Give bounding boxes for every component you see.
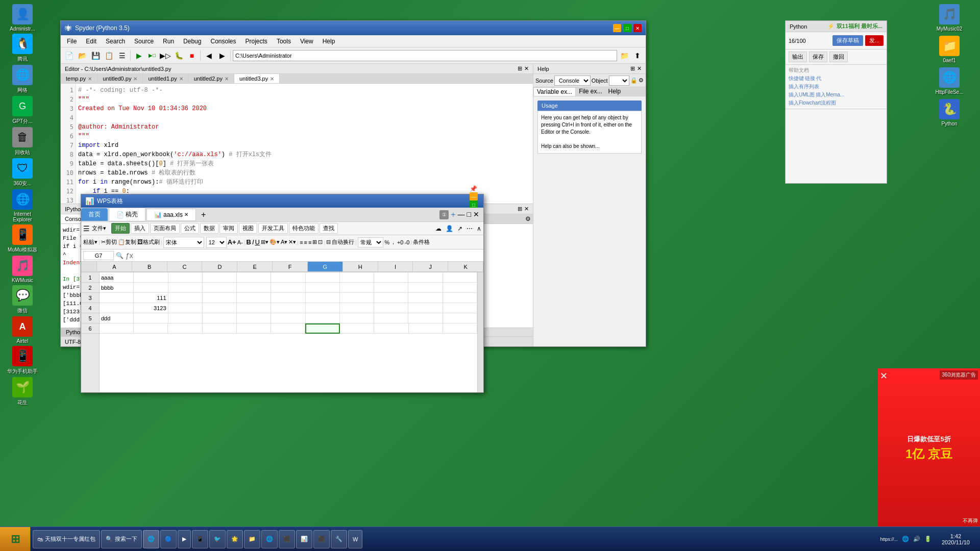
toolbar-save-btn[interactable]: 💾 <box>89 49 102 62</box>
sheet-col-H[interactable]: H <box>343 262 378 272</box>
format-align-center[interactable]: ≡ <box>304 239 307 245</box>
cell-B1[interactable] <box>134 272 168 283</box>
cell-A5[interactable]: ddd <box>100 313 134 323</box>
cell-F1[interactable] <box>271 272 305 283</box>
menu-search[interactable]: Search <box>102 37 129 46</box>
cell-A3[interactable] <box>100 293 134 303</box>
ribbon-btn-data[interactable]: 数据 <box>200 223 218 234</box>
menu-debug[interactable]: Debug <box>179 37 205 46</box>
desktop-icon-huasheng[interactable]: 🌱 花生 <box>4 377 41 406</box>
desktop-icon-httpfile[interactable]: 🌐 HttpFileSe... <box>931 67 968 95</box>
sheet-col-B[interactable]: B <box>132 262 167 272</box>
cell-F4[interactable] <box>271 303 305 313</box>
publish-btn[interactable]: 发... <box>865 35 884 46</box>
format-small-btn[interactable]: A- <box>237 239 243 245</box>
cell-E2[interactable] <box>237 283 271 293</box>
format-align-right[interactable]: ≡ <box>308 239 311 245</box>
sheet-col-G[interactable]: G <box>308 262 343 272</box>
code-area[interactable]: 12345 678910 1112131415 # -*- coding: ut… <box>61 84 533 204</box>
cell-J3[interactable] <box>408 293 443 303</box>
desktop-icon-python[interactable]: 🐍 Python <box>931 99 968 127</box>
menu-source[interactable]: Source <box>130 37 158 46</box>
taskbar-app3[interactable]: 📊 <box>296 530 312 548</box>
cell-D4[interactable] <box>203 303 237 313</box>
ribbon-btn-formula[interactable]: 公式 <box>181 223 199 234</box>
format-align-left[interactable]: ≡ <box>300 239 303 245</box>
taskbar-app2[interactable]: 🌟 <box>227 530 243 548</box>
cell-A2[interactable]: bbbb <box>100 283 134 293</box>
taskbar-search[interactable]: 🔍 搜索一下 <box>101 530 142 548</box>
editor-tab-untitled0-close[interactable]: ✕ <box>133 76 137 82</box>
desktop-icon-tencent[interactable]: 🐧 腾讯 <box>4 34 41 63</box>
spyder-minimize-btn[interactable]: — <box>613 24 621 32</box>
sheet-scrollbar[interactable] <box>477 272 483 392</box>
desktop-icon-airtel[interactable]: A Airtel <box>4 316 41 344</box>
toolbar-next-btn[interactable]: ▶ <box>216 49 228 62</box>
taskbar-wps[interactable]: W <box>348 530 362 548</box>
revoke-btn[interactable]: 撤回 <box>829 52 848 62</box>
excel-tab-page[interactable]: ① <box>439 210 449 219</box>
help-expand-icon[interactable]: ⊞ <box>630 65 635 72</box>
file-close[interactable]: ✕ <box>184 212 188 217</box>
excel-collapse-icon[interactable]: ∧ <box>477 225 481 232</box>
sheet-col-E[interactable]: E <box>237 262 273 272</box>
excel-user-icon[interactable]: 👤 <box>446 225 453 232</box>
taskbar-ie2[interactable]: 🌐 <box>261 530 278 548</box>
help-object-select[interactable] <box>609 76 629 86</box>
taskbar-app4[interactable]: 🔧 <box>331 530 347 548</box>
desktop-icon-mumu[interactable]: 📱 MuMu模拟器 <box>4 224 41 254</box>
cell-B5[interactable] <box>134 313 168 323</box>
cell-C4[interactable] <box>168 303 203 313</box>
cell-E5[interactable] <box>237 313 271 323</box>
cell-D1[interactable] <box>203 272 237 283</box>
format-cut-btn[interactable]: ✂剪切 <box>101 238 117 246</box>
format-decimal-up[interactable]: +0 <box>397 239 404 245</box>
desktop-icon-0aef1[interactable]: 📁 0aef1 <box>931 36 968 63</box>
taskbar-terminal[interactable]: ⬛ <box>279 530 295 548</box>
desktop-icon-network[interactable]: 🌐 网络 <box>4 65 41 94</box>
desktop-icon-kw[interactable]: 🎵 KWMusic <box>4 256 41 283</box>
sheet-col-C[interactable]: C <box>167 262 203 272</box>
cell-D6[interactable] <box>203 323 237 334</box>
cell-B4[interactable]: 3123 <box>134 303 168 313</box>
help-lock-icon[interactable]: 🔒 <box>630 77 638 84</box>
format-bold-btn[interactable]: A+ <box>228 238 236 246</box>
toolbar-open-btn[interactable]: 📂 <box>76 49 88 62</box>
ribbon-btn-view[interactable]: 视图 <box>239 223 257 234</box>
excel-browser-tab-draft[interactable]: 📄 稿壳 <box>109 208 145 221</box>
cell-H3[interactable] <box>340 293 374 303</box>
cell-K6[interactable] <box>443 323 477 334</box>
sheet-data[interactable]: aaaa bbbb <box>100 272 477 392</box>
cell-C3[interactable] <box>168 293 203 303</box>
cell-F3[interactable] <box>271 293 305 303</box>
format-cond-btn[interactable]: 条件格 <box>413 238 430 246</box>
help-tab-var[interactable]: Variable ex... <box>533 87 576 96</box>
help-source-select[interactable]: Console <box>554 76 591 86</box>
cell-I2[interactable] <box>374 283 408 293</box>
editor-expand-icon[interactable]: ⊞ <box>518 65 522 72</box>
excel-share-icon[interactable]: ☁ <box>435 225 442 232</box>
menu-edit[interactable]: Edit <box>82 37 101 46</box>
taskbar-start-btn[interactable]: ⊞ <box>0 527 31 552</box>
ribbon-btn-feature[interactable]: 特色功能 <box>289 223 318 234</box>
cell-I5[interactable] <box>374 313 408 323</box>
excel-more-icon[interactable]: ⋯ <box>467 225 473 232</box>
editor-tab-untitled3-close[interactable]: ✕ <box>270 76 274 82</box>
taskbar-files[interactable]: 📁 <box>244 530 260 548</box>
cell-A6[interactable] <box>100 323 134 334</box>
cell-H2[interactable] <box>340 283 374 293</box>
cell-H5[interactable] <box>340 313 374 323</box>
ribbon-btn-dev[interactable]: 开发工具 <box>258 223 288 234</box>
format-num-select[interactable]: 常规 <box>358 237 383 247</box>
format-b-btn[interactable]: B <box>247 238 251 246</box>
sheet-col-K[interactable]: K <box>448 262 483 272</box>
menu-file[interactable]: File <box>63 37 81 46</box>
hamburger-icon[interactable]: ☰ <box>83 224 90 233</box>
file-menu-label[interactable]: 文件▾ <box>92 224 106 232</box>
help-close-icon[interactable]: ✕ <box>637 65 642 72</box>
excel-browser-tab-file[interactable]: 📊 aaa.xls ✕ <box>146 209 196 221</box>
format-paste-btn[interactable]: 粘贴▾ <box>83 238 97 246</box>
toolbar-prev-btn[interactable]: ◀ <box>203 49 215 62</box>
cell-ref-input[interactable] <box>83 251 114 260</box>
desktop-icon-gpt[interactable]: G GPT分... <box>4 96 41 125</box>
